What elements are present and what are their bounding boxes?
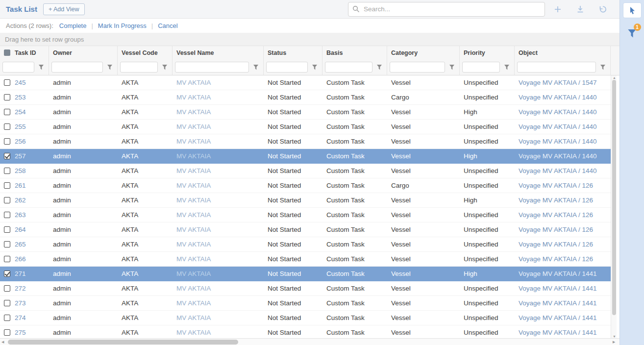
- action-complete[interactable]: Complete: [59, 22, 87, 29]
- filter-menu-vessel-name[interactable]: [251, 62, 261, 73]
- row-checkbox[interactable]: [4, 315, 10, 321]
- filter-input-priority[interactable]: [462, 62, 500, 73]
- object-link[interactable]: Voyage MV AKTAIA / 126: [515, 208, 611, 222]
- horizontal-scrollbar-thumb[interactable]: [8, 340, 238, 345]
- row-group-drop-zone[interactable]: Drag here to set row groups: [0, 33, 619, 46]
- task-id-link[interactable]: 255: [15, 123, 26, 130]
- task-id-link[interactable]: 262: [15, 197, 26, 204]
- row-checkbox[interactable]: [4, 109, 10, 115]
- object-link[interactable]: Voyage MV AKTAIA / 1441: [515, 267, 611, 281]
- object-link[interactable]: Voyage MV AKTAIA / 1441: [515, 311, 611, 325]
- table-row[interactable]: 256 admin AKTA MV AKTAIA Not Started Cus…: [0, 134, 611, 149]
- search-box[interactable]: [348, 2, 545, 17]
- vessel-name-link[interactable]: MV AKTAIA: [173, 120, 264, 134]
- vessel-name-link[interactable]: MV AKTAIA: [173, 267, 264, 281]
- task-id-link[interactable]: 258: [15, 167, 26, 174]
- task-id-link[interactable]: 275: [15, 329, 26, 336]
- task-id-link[interactable]: 261: [15, 182, 26, 189]
- row-checkbox[interactable]: [4, 300, 10, 306]
- vessel-name-link[interactable]: MV AKTAIA: [173, 237, 264, 251]
- task-id-link[interactable]: 257: [15, 152, 26, 160]
- task-id-link[interactable]: 274: [15, 314, 26, 321]
- table-row[interactable]: 245 admin AKTA MV AKTAIA Not Started Cus…: [0, 75, 611, 90]
- add-button[interactable]: [553, 4, 563, 14]
- row-checkbox[interactable]: [4, 285, 10, 292]
- table-row[interactable]: 266 admin AKTA MV AKTAIA Not Started Cus…: [0, 252, 611, 267]
- row-checkbox[interactable]: [4, 241, 10, 247]
- task-id-link[interactable]: 273: [15, 299, 26, 307]
- filter-menu-vessel-code[interactable]: [160, 62, 170, 73]
- table-row[interactable]: 272 admin AKTA MV AKTAIA Not Started Cus…: [0, 281, 611, 296]
- column-header-owner[interactable]: Owner: [49, 46, 118, 59]
- filter-input-task-id[interactable]: [2, 62, 34, 73]
- pointer-tool-button[interactable]: [623, 2, 642, 18]
- column-header-vessel-name[interactable]: Vessel Name: [173, 46, 264, 59]
- filter-menu-basis[interactable]: [374, 62, 384, 73]
- column-header-priority[interactable]: Priority: [460, 46, 515, 59]
- vessel-name-link[interactable]: MV AKTAIA: [173, 252, 264, 266]
- table-row[interactable]: 255 admin AKTA MV AKTAIA Not Started Cus…: [0, 120, 611, 134]
- vessel-name-link[interactable]: MV AKTAIA: [173, 222, 264, 237]
- object-link[interactable]: Voyage MV AKTAIA / 126: [515, 237, 611, 251]
- row-checkbox[interactable]: [4, 226, 10, 233]
- row-checkbox[interactable]: [4, 168, 10, 174]
- scroll-up-arrow[interactable]: ▲: [613, 76, 616, 79]
- row-checkbox[interactable]: [4, 256, 10, 262]
- column-header-status[interactable]: Status: [264, 46, 322, 59]
- table-row[interactable]: 263 admin AKTA MV AKTAIA Not Started Cus…: [0, 208, 611, 222]
- search-input[interactable]: [363, 5, 541, 13]
- task-id-link[interactable]: 254: [15, 108, 26, 116]
- task-id-link[interactable]: 253: [15, 94, 26, 101]
- task-id-link[interactable]: 266: [15, 255, 26, 263]
- scroll-down-arrow[interactable]: ▼: [613, 335, 616, 338]
- filter-input-vessel-name[interactable]: [175, 62, 249, 73]
- filter-input-category[interactable]: [390, 62, 445, 73]
- task-id-link[interactable]: 256: [15, 138, 26, 145]
- row-checkbox[interactable]: [4, 123, 10, 130]
- table-row[interactable]: 275 admin AKTA MV AKTAIA Not Started Cus…: [0, 325, 611, 338]
- filter-input-basis[interactable]: [325, 62, 372, 73]
- row-checkbox[interactable]: [4, 94, 10, 100]
- vertical-scrollbar-thumb[interactable]: [612, 80, 616, 315]
- filter-menu-priority[interactable]: [502, 62, 512, 73]
- table-row[interactable]: 258 admin AKTA MV AKTAIA Not Started Cus…: [0, 164, 611, 178]
- reset-button[interactable]: [598, 4, 608, 14]
- task-id-link[interactable]: 245: [15, 79, 26, 86]
- column-header-basis[interactable]: Basis: [322, 46, 387, 59]
- vessel-name-link[interactable]: MV AKTAIA: [173, 208, 264, 222]
- table-row[interactable]: 273 admin AKTA MV AKTAIA Not Started Cus…: [0, 296, 611, 311]
- vessel-name-link[interactable]: MV AKTAIA: [173, 325, 264, 338]
- action-cancel[interactable]: Cancel: [158, 22, 177, 29]
- column-header-category[interactable]: Category: [387, 46, 460, 59]
- table-row[interactable]: 264 admin AKTA MV AKTAIA Not Started Cus…: [0, 222, 611, 237]
- filter-input-owner[interactable]: [51, 62, 103, 73]
- row-checkbox[interactable]: [4, 79, 10, 86]
- table-row[interactable]: 253 admin AKTA MV AKTAIA Not Started Cus…: [0, 90, 611, 105]
- scroll-left-arrow[interactable]: ◀: [1, 340, 4, 344]
- column-header-object[interactable]: Object: [515, 46, 611, 59]
- vessel-name-link[interactable]: MV AKTAIA: [173, 164, 264, 178]
- filter-menu-category[interactable]: [447, 62, 457, 73]
- task-id-link[interactable]: 271: [15, 270, 26, 277]
- object-link[interactable]: Voyage MV AKTAIA / 1441: [515, 296, 611, 310]
- object-link[interactable]: Voyage MV AKTAIA / 1547: [515, 75, 611, 90]
- vertical-scrollbar[interactable]: ▲ ▼: [611, 75, 617, 338]
- add-view-button[interactable]: + Add View: [43, 3, 85, 15]
- row-checkbox[interactable]: [4, 197, 10, 203]
- table-row[interactable]: 262 admin AKTA MV AKTAIA Not Started Cus…: [0, 193, 611, 208]
- row-checkbox[interactable]: [4, 329, 10, 336]
- table-row[interactable]: 257 admin AKTA MV AKTAIA Not Started Cus…: [0, 149, 611, 164]
- filter-input-object[interactable]: [517, 62, 596, 73]
- column-header-task-id[interactable]: Task ID: [0, 46, 49, 59]
- task-id-link[interactable]: 263: [15, 211, 26, 219]
- table-row[interactable]: 271 admin AKTA MV AKTAIA Not Started Cus…: [0, 267, 611, 281]
- filter-menu-task-id[interactable]: [36, 62, 46, 73]
- filter-menu-object[interactable]: [598, 62, 608, 73]
- table-row[interactable]: 261 admin AKTA MV AKTAIA Not Started Cus…: [0, 178, 611, 193]
- export-button[interactable]: [575, 4, 585, 14]
- vessel-name-link[interactable]: MV AKTAIA: [173, 311, 264, 325]
- select-all-checkbox[interactable]: [4, 49, 10, 56]
- table-row[interactable]: 274 admin AKTA MV AKTAIA Not Started Cus…: [0, 311, 611, 325]
- object-link[interactable]: Voyage MV AKTAIA / 1440: [515, 134, 611, 148]
- object-link[interactable]: Voyage MV AKTAIA / 1440: [515, 149, 611, 163]
